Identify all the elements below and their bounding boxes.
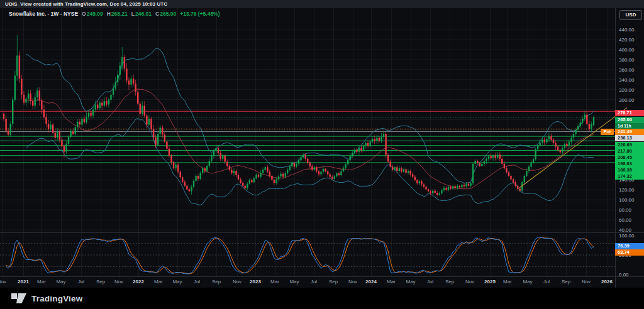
price-level-label[interactable]: 236.13 bbox=[615, 135, 644, 141]
time-axis-month-label: Sep bbox=[212, 276, 221, 288]
time-axis-month-label: Jul bbox=[427, 276, 433, 288]
price-level-value: 198.63 bbox=[618, 161, 644, 167]
time-axis-month-label: Mar bbox=[387, 276, 396, 288]
price-tick-label: 300.00 bbox=[619, 97, 634, 102]
indicator-value: 76.39 bbox=[618, 243, 644, 249]
time-axis-month-label: May bbox=[172, 276, 182, 288]
price-level-value: 174.32 bbox=[618, 173, 644, 180]
ohlc-high: H268.21 bbox=[107, 11, 128, 17]
price-level-value: 217.80 bbox=[618, 148, 644, 154]
indicator-value-label: 63.74 bbox=[615, 249, 644, 256]
time-axis-month-label: Jul bbox=[311, 276, 317, 288]
indicator-value-label: 76.39 bbox=[615, 243, 644, 249]
attribution-banner: UDIS_View created with TradingView.com, … bbox=[0, 0, 644, 8]
ohlc-close: C265.00 bbox=[155, 11, 176, 17]
time-axis-month-label: Mar bbox=[270, 276, 279, 288]
time-axis-month-label: Mar bbox=[503, 276, 512, 288]
price-level-label[interactable]: 217.80 bbox=[615, 148, 644, 154]
time-axis-month-label: Sep bbox=[96, 276, 105, 288]
price-tick-label: 40.00 bbox=[619, 227, 631, 233]
time-axis-month-label: Jul bbox=[543, 276, 550, 288]
price-level-label[interactable]: 174.32 bbox=[615, 173, 644, 180]
time-axis-month-label: Jul bbox=[194, 276, 200, 288]
time-axis-year-label: 2021 bbox=[18, 276, 29, 288]
price-tick-label: 360.00 bbox=[619, 67, 634, 72]
time-axis-month-label: Jul bbox=[78, 276, 84, 288]
bar-close-countdown: 1d 11h bbox=[615, 123, 644, 129]
price-level-label[interactable]: 208.45 bbox=[615, 154, 644, 161]
indicator-tick-label: 0.00 bbox=[619, 272, 629, 278]
tradingview-wordmark[interactable]: TradingView bbox=[31, 294, 82, 303]
time-axis[interactable]: Nov2021MarMayJulSepNov2022MarMayJulSepNo… bbox=[0, 276, 615, 288]
time-axis-month-label: Nov bbox=[348, 276, 357, 288]
price-level-label[interactable]: 226.69 bbox=[615, 142, 644, 148]
change-readout: +13.76 (+5.48%) bbox=[180, 11, 219, 17]
tradingview-chart-screenshot: UDIS_View created with TradingView.com, … bbox=[0, 0, 644, 309]
price-tick-label: 120.00 bbox=[619, 187, 634, 193]
price-tick-label: 340.00 bbox=[619, 77, 634, 82]
time-axis-month-label: Nov bbox=[233, 276, 242, 288]
tradingview-logo-icon[interactable] bbox=[11, 292, 27, 305]
price-level-value: 276.71 bbox=[618, 110, 644, 116]
price-tick-label: 100.00 bbox=[619, 197, 634, 203]
price-tick-label: 420.00 bbox=[619, 36, 634, 42]
price-level-value: 241.49 bbox=[618, 129, 644, 135]
price-level-label[interactable]: 188.35 bbox=[615, 167, 644, 173]
time-axis-year-label: 2024 bbox=[365, 276, 377, 288]
price-tick-label: 320.00 bbox=[619, 87, 634, 92]
time-axis-year-label: 2022 bbox=[133, 276, 144, 288]
time-axis-month-label: May bbox=[523, 276, 532, 288]
price-tick-label: 440.00 bbox=[619, 27, 634, 33]
time-axis-month-label: Sep bbox=[562, 276, 570, 288]
time-axis-month-label: May bbox=[289, 276, 299, 288]
time-axis-month-label: Sep bbox=[445, 276, 454, 288]
time-axis-month-label: May bbox=[406, 276, 415, 288]
price-level-value: 208.45 bbox=[618, 154, 644, 161]
time-axis-year-label: 2023 bbox=[250, 276, 261, 288]
premarket-chip: Pre bbox=[601, 129, 614, 135]
time-axis-month-label: Nov bbox=[0, 276, 6, 288]
symbol-title[interactable]: Snowflake Inc. - 1W - NYSE bbox=[9, 11, 78, 17]
price-tick-label: 400.00 bbox=[619, 46, 634, 52]
time-axis-month-label: Mar bbox=[37, 276, 46, 288]
symbol-legend: Snowflake Inc. - 1W - NYSE O249.09 H268.… bbox=[9, 11, 220, 17]
chart-canvas[interactable] bbox=[0, 0, 644, 309]
time-axis-month-label: May bbox=[56, 276, 65, 288]
time-axis-month-label: Nov bbox=[465, 276, 474, 288]
price-level-value: 226.69 bbox=[618, 142, 644, 148]
time-axis-month-label: Nov bbox=[114, 276, 123, 288]
footer-bar: TradingView bbox=[0, 288, 644, 309]
price-level-label[interactable]: 276.71 bbox=[615, 110, 644, 116]
price-level-label[interactable]: 265.001d 11h bbox=[615, 117, 644, 129]
price-level-value: 236.13 bbox=[618, 135, 644, 141]
ohlc-open: O249.09 bbox=[82, 11, 103, 17]
time-axis-month-label: Nov bbox=[582, 276, 591, 288]
price-tick-label: 80.00 bbox=[619, 207, 631, 213]
time-axis-month-label: Mar bbox=[154, 276, 163, 288]
price-scale[interactable]: 440.00420.00400.00380.00360.00340.00320.… bbox=[615, 8, 644, 276]
price-level-label[interactable]: 241.49 bbox=[615, 129, 644, 135]
price-level-value: 265.00 bbox=[618, 117, 644, 123]
price-level-label[interactable]: 198.63 bbox=[615, 161, 644, 167]
price-level-value: 188.35 bbox=[618, 167, 644, 173]
time-axis-year-label: 2025 bbox=[484, 276, 496, 288]
ohlc-low: L246.01 bbox=[131, 11, 152, 17]
price-tick-label: 60.00 bbox=[619, 217, 631, 223]
indicator-tick-label: 100.00 bbox=[619, 233, 634, 239]
indicator-value: 63.74 bbox=[618, 249, 644, 256]
time-axis-month-label: Sep bbox=[329, 276, 338, 288]
chart-background bbox=[0, 8, 644, 288]
time-axis-year-label: 2026 bbox=[601, 276, 613, 288]
price-tick-label: 380.00 bbox=[619, 57, 634, 62]
